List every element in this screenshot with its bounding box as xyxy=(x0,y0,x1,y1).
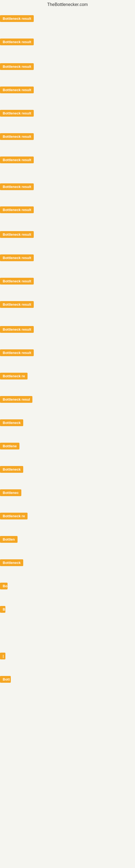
bottleneck-badge-12[interactable]: Bottleneck result xyxy=(0,278,34,284)
bottleneck-row-16: Bottleneck re xyxy=(0,373,28,380)
bottleneck-badge-6[interactable]: Bottleneck result xyxy=(0,133,34,140)
bottleneck-row-3: Bottleneck result xyxy=(0,63,34,71)
bottleneck-badge-25[interactable]: Bo xyxy=(0,583,8,589)
bottleneck-row-7: Bottleneck result xyxy=(0,156,34,164)
bottleneck-badge-14[interactable]: Bottleneck result xyxy=(0,326,34,333)
bottleneck-badge-26[interactable]: B xyxy=(0,606,5,613)
bottleneck-row-28: Bott xyxy=(0,676,11,684)
bottleneck-badge-19[interactable]: Bottlene xyxy=(0,443,19,450)
bottleneck-row-8: Bottleneck result xyxy=(0,183,34,191)
bottleneck-row-23: Bottlen xyxy=(0,536,17,544)
bottleneck-row-18: Bottleneck xyxy=(0,420,23,427)
bottleneck-badge-18[interactable]: Bottleneck xyxy=(0,420,23,426)
site-title: TheBottlenecker.com xyxy=(0,0,135,9)
bottleneck-row-15: Bottleneck result xyxy=(0,349,34,357)
bottleneck-badge-11[interactable]: Bottleneck result xyxy=(0,254,34,261)
bottleneck-badge-3[interactable]: Bottleneck result xyxy=(0,63,34,70)
bottleneck-row-9: Bottleneck result xyxy=(0,207,34,214)
bottleneck-badge-4[interactable]: Bottleneck result xyxy=(0,87,34,93)
bottleneck-badge-2[interactable]: Bottleneck result xyxy=(0,38,34,45)
bottleneck-row-19: Bottlene xyxy=(0,443,19,451)
bottleneck-badge-15[interactable]: Bottleneck result xyxy=(0,349,34,356)
bottleneck-badge-28[interactable]: Bott xyxy=(0,676,11,683)
bottleneck-row-24: Bottleneck xyxy=(0,559,23,567)
bottleneck-row-2: Bottleneck result xyxy=(0,38,34,46)
bottleneck-badge-22[interactable]: Bottleneck re xyxy=(0,513,28,520)
bottleneck-badge-5[interactable]: Bottleneck result xyxy=(0,110,34,117)
bottleneck-badge-7[interactable]: Bottleneck result xyxy=(0,156,34,163)
bottleneck-badge-16[interactable]: Bottleneck re xyxy=(0,373,28,379)
bottleneck-row-21: Bottlenec xyxy=(0,489,21,497)
bottleneck-row-13: Bottleneck result xyxy=(0,301,34,309)
bottleneck-row-11: Bottleneck result xyxy=(0,254,34,262)
bottleneck-row-1: Bottleneck result xyxy=(0,15,34,23)
bottleneck-row-10: Bottleneck result xyxy=(0,231,34,239)
bottleneck-badge-27[interactable]: | xyxy=(0,653,5,659)
bottleneck-badge-1[interactable]: Bottleneck result xyxy=(0,15,34,22)
bottleneck-row-5: Bottleneck result xyxy=(0,110,34,118)
bottleneck-badge-17[interactable]: Bottleneck resul xyxy=(0,396,32,403)
bottleneck-row-27: | xyxy=(0,653,5,660)
bottleneck-row-12: Bottleneck result xyxy=(0,278,34,286)
bottleneck-row-6: Bottleneck result xyxy=(0,133,34,141)
bottleneck-badge-23[interactable]: Bottlen xyxy=(0,536,17,543)
bottleneck-row-20: Bottleneck xyxy=(0,466,23,474)
bottleneck-row-14: Bottleneck result xyxy=(0,326,34,334)
bottleneck-row-25: Bo xyxy=(0,583,8,590)
bottleneck-badge-24[interactable]: Bottleneck xyxy=(0,559,23,566)
bottleneck-row-17: Bottleneck resul xyxy=(0,396,32,404)
bottleneck-badge-13[interactable]: Bottleneck result xyxy=(0,301,34,308)
bottleneck-badge-8[interactable]: Bottleneck result xyxy=(0,183,34,190)
bottleneck-row-26: B xyxy=(0,606,5,614)
bottleneck-row-22: Bottleneck re xyxy=(0,513,28,521)
bottleneck-badge-10[interactable]: Bottleneck result xyxy=(0,231,34,238)
bottleneck-badge-9[interactable]: Bottleneck result xyxy=(0,207,34,213)
bottleneck-badge-20[interactable]: Bottleneck xyxy=(0,466,23,473)
bottleneck-badge-21[interactable]: Bottlenec xyxy=(0,489,21,496)
bottleneck-row-4: Bottleneck result xyxy=(0,87,34,94)
